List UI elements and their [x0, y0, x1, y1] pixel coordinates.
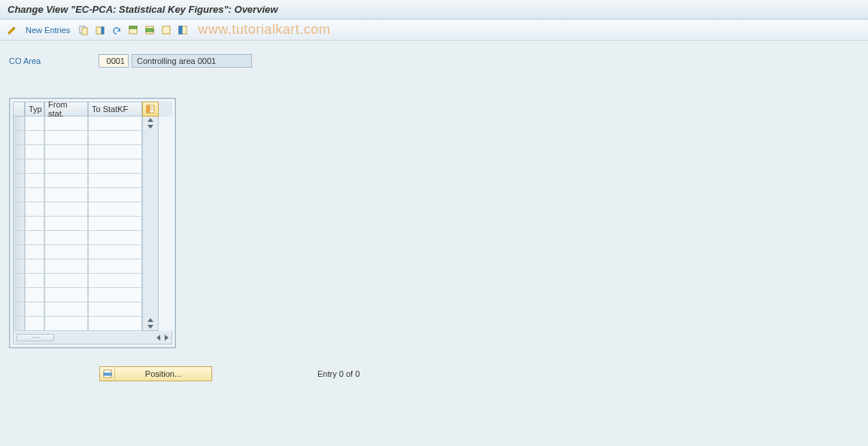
grid-cell-to[interactable] — [88, 174, 142, 188]
grid-cell-to[interactable] — [88, 145, 142, 159]
grid-cell-from[interactable] — [44, 217, 88, 231]
grid-cell-sel[interactable] — [13, 245, 25, 259]
table-row[interactable] — [13, 245, 142, 259]
table-row[interactable] — [13, 288, 142, 302]
scroll-down-icon[interactable] — [147, 325, 153, 329]
grid-cell-to[interactable] — [88, 288, 142, 302]
grid-cell-to[interactable] — [88, 117, 142, 131]
grid-cell-sel[interactable] — [13, 202, 25, 217]
grid-cell-from[interactable] — [44, 302, 88, 317]
grid-cell-from[interactable] — [44, 188, 88, 202]
grid-cell-sel[interactable] — [13, 259, 25, 274]
content-area: CO Area Controlling area 0001 Typ From s… — [0, 41, 868, 395]
grid-cell-to[interactable] — [88, 202, 142, 217]
grid-cell-sel[interactable] — [13, 117, 25, 131]
grid-cell-sel[interactable] — [13, 159, 25, 174]
grid-cell-from[interactable] — [44, 245, 88, 259]
grid-cell-sel[interactable] — [13, 317, 25, 331]
grid-cell-to[interactable] — [88, 317, 142, 331]
co-area-code-input[interactable] — [99, 54, 129, 68]
grid-cell-sel[interactable] — [13, 174, 25, 188]
grid-cell-from[interactable] — [44, 259, 88, 274]
table-row[interactable] — [13, 259, 142, 274]
scroll-up-icon[interactable] — [147, 118, 153, 122]
grid-cell-from[interactable] — [44, 202, 88, 217]
grid-cell-typ[interactable] — [25, 174, 44, 188]
grid-cell-typ[interactable] — [25, 131, 44, 145]
undo-icon[interactable] — [111, 24, 123, 36]
table-row[interactable] — [13, 188, 142, 202]
scroll-right-icon[interactable] — [165, 335, 168, 341]
table-row[interactable] — [13, 231, 142, 245]
grid-header-selector[interactable] — [13, 102, 25, 117]
grid-cell-to[interactable] — [88, 159, 142, 174]
grid-cell-typ[interactable] — [25, 274, 44, 288]
table-row[interactable] — [13, 317, 142, 331]
grid-cell-from[interactable] — [44, 231, 88, 245]
scroll-up-page-icon[interactable] — [147, 318, 153, 322]
table-row[interactable] — [13, 131, 142, 145]
table-row[interactable] — [13, 159, 142, 174]
grid-cell-from[interactable] — [44, 145, 88, 159]
table-row[interactable] — [13, 302, 142, 317]
scroll-down-page-icon[interactable] — [147, 125, 153, 129]
position-button[interactable]: Position... — [99, 366, 212, 381]
grid-cell-typ[interactable] — [25, 317, 44, 331]
grid-cell-from[interactable] — [44, 174, 88, 188]
toggle-display-change-icon[interactable] — [6, 24, 18, 36]
grid-cell-to[interactable] — [88, 259, 142, 274]
grid-cell-sel[interactable] — [13, 302, 25, 317]
table-settings-icon[interactable] — [177, 24, 189, 36]
grid-cell-from[interactable] — [44, 317, 88, 331]
grid-cell-from[interactable] — [44, 131, 88, 145]
grid-cell-sel[interactable] — [13, 145, 25, 159]
select-block-icon[interactable] — [144, 24, 156, 36]
table-row[interactable] — [13, 117, 142, 131]
grid-cell-typ[interactable] — [25, 202, 44, 217]
grid-cell-sel[interactable] — [13, 131, 25, 145]
table-row[interactable] — [13, 274, 142, 288]
grid-cell-to[interactable] — [88, 245, 142, 259]
grid-cell-from[interactable] — [44, 288, 88, 302]
table-row[interactable] — [13, 174, 142, 188]
grid-cell-sel[interactable] — [13, 231, 25, 245]
grid-cell-sel[interactable] — [13, 288, 25, 302]
grid-cell-sel[interactable] — [13, 274, 25, 288]
grid-cell-sel[interactable] — [13, 217, 25, 231]
grid-cell-typ[interactable] — [25, 188, 44, 202]
grid-header-to[interactable]: To StatKF — [88, 102, 142, 117]
grid-cell-sel[interactable] — [13, 188, 25, 202]
grid-cell-typ[interactable] — [25, 217, 44, 231]
grid-cell-to[interactable] — [88, 231, 142, 245]
grid-cell-to[interactable] — [88, 302, 142, 317]
select-all-icon[interactable] — [127, 24, 139, 36]
grid-cell-typ[interactable] — [25, 117, 44, 131]
table-row[interactable] — [13, 217, 142, 231]
column-resize-handle[interactable] — [17, 334, 54, 341]
grid-cell-typ[interactable] — [25, 231, 44, 245]
grid-cell-typ[interactable] — [25, 245, 44, 259]
new-entries-button[interactable]: New Entries — [26, 26, 70, 35]
grid-header-from[interactable]: From stat. — [44, 102, 88, 117]
grid-cell-typ[interactable] — [25, 145, 44, 159]
grid-cell-typ[interactable] — [25, 288, 44, 302]
grid-cell-from[interactable] — [44, 274, 88, 288]
delete-icon[interactable] — [94, 24, 106, 36]
grid-cell-to[interactable] — [88, 274, 142, 288]
table-row[interactable] — [13, 145, 142, 159]
table-row[interactable] — [13, 202, 142, 217]
grid-header-typ[interactable]: Typ — [25, 102, 44, 117]
grid-cell-typ[interactable] — [25, 259, 44, 274]
grid-cell-from[interactable] — [44, 117, 88, 131]
grid-configure-icon[interactable] — [142, 102, 159, 117]
grid-cell-to[interactable] — [88, 188, 142, 202]
grid-cell-to[interactable] — [88, 131, 142, 145]
deselect-all-icon[interactable] — [160, 24, 172, 36]
scroll-left-icon[interactable] — [156, 335, 160, 341]
grid-cell-typ[interactable] — [25, 302, 44, 317]
vertical-scrollbar[interactable] — [142, 117, 159, 331]
grid-cell-from[interactable] — [44, 159, 88, 174]
grid-cell-typ[interactable] — [25, 159, 44, 174]
grid-cell-to[interactable] — [88, 217, 142, 231]
copy-as-icon[interactable] — [77, 24, 90, 36]
